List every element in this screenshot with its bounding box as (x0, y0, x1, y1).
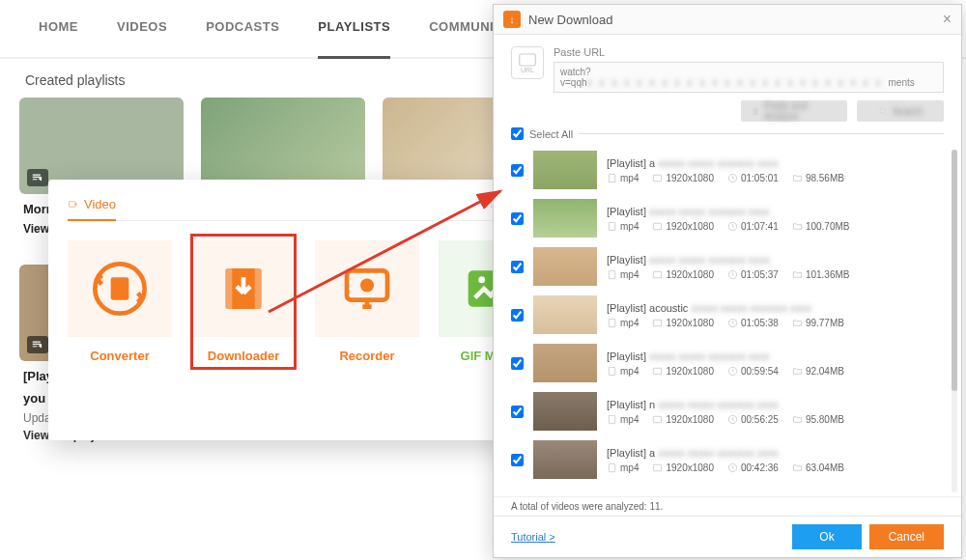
item-checkbox[interactable] (511, 406, 524, 418)
svg-rect-29 (654, 368, 662, 374)
select-all-label: Select All (529, 128, 573, 140)
item-resolution: 1920x1080 (652, 366, 714, 377)
clock-icon (727, 318, 738, 328)
close-icon[interactable]: × (943, 11, 952, 28)
tool-recorder-label: Recorder (315, 349, 419, 363)
item-size: 98.56MB (792, 173, 844, 183)
svg-rect-31 (609, 415, 614, 423)
svg-point-15 (879, 107, 885, 113)
list-item[interactable]: [Playlist] acoustic xxxxx xxxxx xxxxxxx … (511, 291, 948, 339)
file-icon (607, 173, 617, 183)
item-title: [Playlist] a xxxxx xxxxx xxxxxxx xxxx (607, 157, 948, 169)
resolution-icon (652, 414, 663, 425)
download-list: [Playlist] a xxxxx xxxxx xxxxxxx xxxx mp… (494, 146, 961, 496)
scrollbar[interactable] (952, 150, 957, 492)
folder-icon (792, 221, 803, 232)
ptab-video[interactable]: Video (68, 197, 116, 221)
item-resolution: 1920x1080 (652, 173, 714, 183)
item-title: [Playlist] xxxxx xxxxx xxxxxxx xxxx (607, 350, 948, 362)
file-icon (607, 462, 617, 473)
item-duration: 00:56:25 (727, 414, 779, 425)
list-item[interactable]: [Playlist] n xxxxx xxxxx xxxxxxx xxxx mp… (511, 387, 948, 435)
resolution-icon (652, 221, 663, 232)
dialog-title: New Download (528, 13, 612, 27)
search-button[interactable]: Search (857, 100, 944, 122)
svg-rect-14 (753, 107, 758, 115)
list-item[interactable]: [Playlist] a xxxxx xxxxx xxxxxxx xxxx mp… (511, 435, 948, 484)
list-item[interactable]: [Playlist] a xxxxx xxxxx xxxxxxx xxxx mp… (511, 146, 948, 194)
item-format: mp4 (607, 318, 639, 328)
item-checkbox[interactable] (511, 357, 524, 370)
item-checkbox[interactable] (511, 261, 524, 273)
list-item[interactable]: [Playlist] xxxxx xxxxx xxxxxxx xxxx mp4 … (511, 339, 948, 387)
ok-button[interactable]: Ok (792, 524, 861, 549)
tab-videos[interactable]: VIDEOS (117, 19, 167, 43)
playlist-icon (27, 336, 48, 353)
downloader-icon (191, 240, 296, 337)
item-title: [Playlist] acoustic xxxxx xxxxx xxxxxxx … (607, 302, 948, 314)
paste-url-label: Paste URL (554, 46, 944, 58)
tool-recorder[interactable]: Recorder (315, 240, 419, 369)
item-thumb (533, 295, 597, 334)
item-format: mp4 (607, 414, 639, 425)
clock-icon (727, 221, 738, 232)
item-format: mp4 (607, 269, 639, 280)
list-item[interactable]: [Playlist] xxxxx xxxxx xxxxxxx xxxx mp4 … (511, 242, 948, 291)
clock-icon (727, 269, 738, 280)
video-icon (68, 199, 78, 210)
svg-rect-22 (609, 270, 614, 278)
item-resolution: 1920x1080 (652, 221, 714, 232)
file-icon (607, 414, 617, 425)
item-resolution: 1920x1080 (652, 318, 714, 328)
item-meta: [Playlist] xxxxx xxxxx xxxxxxx xxxx mp4 … (607, 254, 948, 280)
svg-point-9 (360, 278, 374, 292)
select-all-checkbox[interactable] (511, 127, 524, 140)
file-icon (607, 221, 617, 232)
item-size: 99.77MB (792, 318, 844, 328)
folder-icon (792, 366, 803, 377)
item-meta: [Playlist] a xxxxx xxxxx xxxxxxx xxxx mp… (607, 447, 948, 473)
item-resolution: 1920x1080 (652, 414, 714, 425)
paste-analyze-button[interactable]: Paste and Analyze (741, 100, 847, 122)
url-input[interactable]: watch?v=qqhxxxxxxxxxxxxxxxxxxxxxxxxments (554, 62, 944, 93)
item-checkbox[interactable] (511, 164, 524, 177)
dialog-titlebar: ↓ New Download × (494, 5, 961, 35)
resolution-icon (652, 462, 663, 473)
item-size: 100.70MB (792, 221, 850, 232)
item-resolution: 1920x1080 (652, 269, 714, 280)
tutorial-link[interactable]: Tutorial > (511, 531, 555, 543)
item-title: [Playlist] a xxxxx xxxxx xxxxxxx xxxx (607, 447, 948, 459)
folder-icon (792, 462, 803, 473)
cancel-button[interactable]: Cancel (869, 524, 944, 549)
tool-downloader[interactable]: Downloader (191, 235, 296, 369)
file-icon (607, 366, 617, 377)
item-duration: 01:05:01 (727, 173, 779, 183)
item-thumb (533, 247, 597, 286)
item-resolution: 1920x1080 (652, 462, 714, 473)
dialog-footer: Tutorial > Ok Cancel (494, 516, 961, 557)
tab-home[interactable]: HOME (39, 19, 78, 43)
item-meta: [Playlist] a xxxxx xxxxx xxxxxxx xxxx mp… (607, 157, 948, 183)
file-icon (607, 318, 617, 328)
svg-rect-34 (609, 463, 614, 471)
item-title: [Playlist] n xxxxx xxxxx xxxxxxx xxxx (607, 399, 948, 410)
item-title: [Playlist] xxxxx xxxxx xxxxxxx xxxx (607, 254, 948, 266)
tab-playlists[interactable]: PLAYLISTS (318, 19, 390, 59)
item-size: 101.36MB (792, 269, 850, 280)
folder-icon (792, 318, 803, 328)
item-duration: 00:42:36 (727, 462, 779, 473)
resolution-icon (652, 366, 663, 377)
item-checkbox[interactable] (511, 309, 524, 322)
item-checkbox[interactable] (511, 212, 524, 225)
list-item[interactable]: [Playlist] xxxxx xxxxx xxxxxxx xxxx mp4 … (511, 194, 948, 242)
file-icon (607, 269, 617, 280)
tab-podcasts[interactable]: PODCASTS (206, 19, 279, 43)
item-checkbox[interactable] (511, 454, 524, 466)
svg-point-11 (478, 276, 485, 283)
tool-downloader-label: Downloader (191, 349, 296, 363)
svg-rect-6 (225, 268, 232, 309)
svg-rect-20 (654, 223, 662, 229)
item-format: mp4 (607, 366, 639, 377)
tool-converter[interactable]: Converter (68, 240, 172, 369)
item-thumb (533, 344, 597, 382)
